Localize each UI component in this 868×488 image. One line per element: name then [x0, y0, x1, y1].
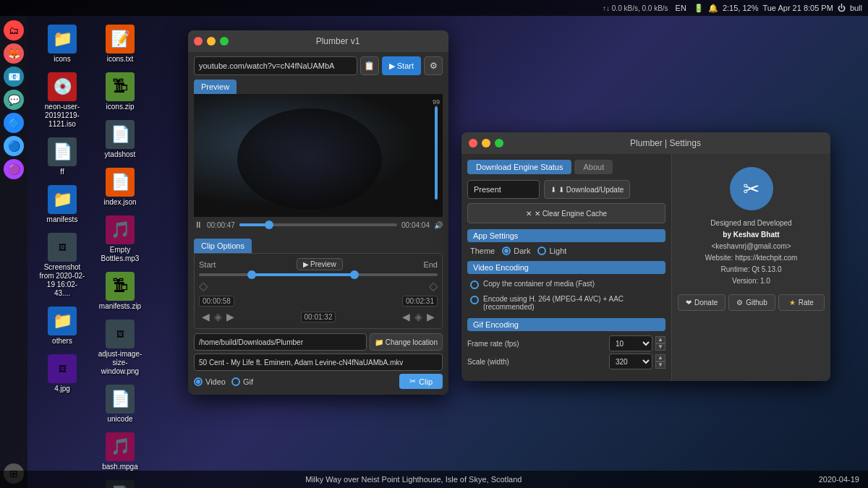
donate-button[interactable]: ❤ Donate — [678, 294, 726, 311]
center-diamond-left[interactable]: ◈ — [214, 311, 222, 322]
folder-icon: 📁 — [375, 338, 383, 346]
desktop-icon-screenshot1[interactable]: 🖼 Screenshot from 2020-02-19 16:02-43...… — [36, 230, 88, 301]
star-icon: ★ — [789, 299, 796, 307]
desktop-icon-others[interactable]: 📁 others — [36, 304, 88, 348]
tab-about[interactable]: About — [574, 160, 613, 174]
plumber-main-window: Plumber v1 📋 ▶ Start ⚙ Preview 99 ⏸ 00:0… — [188, 30, 448, 395]
format-video-option[interactable]: Video — [194, 377, 226, 386]
engine-status-input — [467, 180, 540, 199]
desktop-icon-ff[interactable]: 📄 ff — [36, 134, 88, 179]
desktop-icon-manifests-zip[interactable]: 🗜 manifests.zip — [94, 269, 146, 314]
sidebar-app-7[interactable]: 🟣 — [4, 159, 24, 179]
gif-fps-down[interactable]: ▼ — [655, 343, 665, 351]
gif-fps-select[interactable]: 10 — [609, 335, 652, 351]
volume-track[interactable] — [435, 106, 438, 200]
clip-thumb-end[interactable] — [350, 270, 359, 279]
battery-icon: 🔋 — [694, 4, 704, 13]
gif-scale-up[interactable]: ▲ — [655, 354, 665, 361]
clip-action-button[interactable]: ✂ Clip — [399, 374, 443, 389]
user-display: bull — [850, 4, 862, 12]
app-settings-header: App Settings — [467, 229, 665, 242]
start-button[interactable]: ▶ Start — [382, 56, 421, 75]
dark-radio[interactable] — [502, 247, 511, 255]
desktop-icon-icons-txt[interactable]: 📝 icons.txt — [94, 22, 146, 67]
change-location-button[interactable]: 📁 Change location — [370, 333, 443, 351]
sidebar-app-4[interactable]: 💬 — [4, 90, 24, 110]
filename-input[interactable] — [194, 354, 443, 371]
settings-gear-button[interactable]: ⚙ — [424, 56, 443, 75]
minimize-button[interactable] — [207, 37, 216, 46]
prev-frame-button[interactable]: ◀ — [199, 309, 213, 324]
tab-download-engine-status[interactable]: Download Engine Status — [467, 160, 571, 174]
sidebar-app-1[interactable]: 🗂 — [4, 20, 24, 40]
clip-time-display-row: 00:00:58 00:02:31 — [199, 296, 438, 307]
clip-range-bar[interactable] — [199, 273, 438, 276]
desktop-icon-neon-iso[interactable]: 💿 neon-user-20191219-1121.iso — [36, 69, 88, 132]
prev-end-frame-button[interactable]: ◀ — [399, 309, 413, 324]
desktop-icon-unicode[interactable]: 📄 unicode — [94, 382, 146, 427]
light-radio[interactable] — [537, 247, 546, 255]
seek-bar[interactable] — [239, 223, 397, 226]
settings-maximize-button[interactable] — [495, 139, 503, 147]
gif-scale-arrows: ▲ ▼ — [655, 354, 665, 369]
encoding-radio-1[interactable] — [470, 281, 479, 289]
download-update-button[interactable]: ⬇ ⬇ Download/Update — [544, 180, 630, 199]
desktop-icon-index-json[interactable]: 📄 index.json — [94, 165, 146, 210]
url-input[interactable] — [194, 56, 357, 75]
gif-scale-select[interactable]: 320 — [609, 354, 652, 369]
gif-radio[interactable] — [231, 377, 240, 386]
volume-slider[interactable]: 99 — [431, 97, 441, 213]
desktop-icon-4jpg[interactable]: 🖼 4.jpg — [36, 351, 88, 396]
video-radio[interactable] — [194, 377, 203, 386]
play-pause-button[interactable]: ⏸ — [194, 220, 203, 230]
clip-options-tab[interactable]: Clip Options — [194, 239, 252, 253]
volume-value: 99 — [433, 98, 440, 106]
preview-area: 99 — [194, 94, 443, 217]
playback-controls: ⏸ 00:00:47 00:04:04 🔊 — [194, 220, 443, 230]
next-end-frame-button[interactable]: ▶ — [424, 309, 438, 324]
desktop-icon-ytadshost[interactable]: 📄 ytadshost — [94, 117, 146, 162]
output-path-input[interactable] — [194, 333, 367, 351]
desktop-icon-adjust-image[interactable]: 🖼 adjust-image-size-window.png — [94, 317, 146, 379]
github-button[interactable]: ⚙ Github — [728, 294, 775, 311]
desktop-icon-icons-zip[interactable]: 🗜 icons.zip — [94, 69, 146, 114]
rate-button[interactable]: ★ Rate — [778, 294, 825, 311]
status-bar-bottom: Milky Way over Neist Point Lighthouse, I… — [0, 471, 868, 488]
sidebar-app-firefox[interactable]: 🦊 — [4, 43, 24, 64]
gif-fps-up[interactable]: ▲ — [655, 336, 665, 343]
sidebar-app-5[interactable]: 🔷 — [4, 113, 24, 133]
desktop-icon-bash-mpga[interactable]: 🎵 bash.mpga — [94, 429, 146, 474]
output-section: 📁 Change location — [194, 333, 443, 351]
gif-scale-down[interactable]: ▼ — [655, 361, 665, 369]
paste-button[interactable]: 📋 — [360, 56, 379, 75]
lang-indicator: EN — [673, 4, 689, 12]
sidebar-app-6[interactable]: 🔵 — [4, 136, 24, 156]
video-encoding-opt2[interactable]: Encode using H. 264 (MPEG-4 AVC) + AAC (… — [467, 294, 665, 312]
settings-close-button[interactable] — [469, 139, 477, 147]
clear-cache-button[interactable]: ✕ ✕ Clear Engine Cache — [467, 203, 665, 223]
close-button[interactable] — [194, 37, 203, 46]
time-display: 2:15, 12% — [723, 4, 759, 12]
scissors-icon: ✂ — [409, 377, 416, 386]
settings-minimize-button[interactable] — [482, 139, 490, 147]
sidebar-app-3[interactable]: 📧 — [4, 67, 24, 87]
desktop-icon-icons[interactable]: 📁 icons — [36, 22, 88, 67]
theme-light-option[interactable]: Light — [537, 247, 566, 255]
center-diamond-right[interactable]: ◈ — [414, 311, 422, 322]
app-settings-section: App Settings Theme Dark Light — [467, 229, 665, 255]
clip-preview-button[interactable]: ▶ Preview — [297, 258, 343, 270]
next-frame-button[interactable]: ▶ — [224, 309, 237, 324]
format-gif-option[interactable]: Gif — [231, 377, 253, 386]
engine-status-row: ⬇ ⬇ Download/Update — [467, 180, 665, 199]
wallpaper-info: Milky Way over Neist Point Lighthouse, I… — [305, 475, 522, 484]
theme-dark-option[interactable]: Dark — [502, 247, 530, 255]
clip-thumb-start[interactable] — [247, 270, 256, 279]
preview-tab[interactable]: Preview — [194, 80, 237, 94]
encoding-radio-2[interactable] — [470, 296, 479, 304]
center-time-display: 00:01:32 — [301, 312, 336, 322]
clip-times-row: ◇ ◇ — [199, 279, 438, 293]
desktop-icon-manifests[interactable]: 📁 manifests — [36, 182, 88, 227]
maximize-button[interactable] — [220, 37, 229, 46]
desktop-icon-empty-bottles[interactable]: 🎵 Empty Bottles.mp3 — [94, 213, 146, 266]
video-encoding-opt1[interactable]: Copy the container of media (Fast) — [467, 278, 665, 291]
